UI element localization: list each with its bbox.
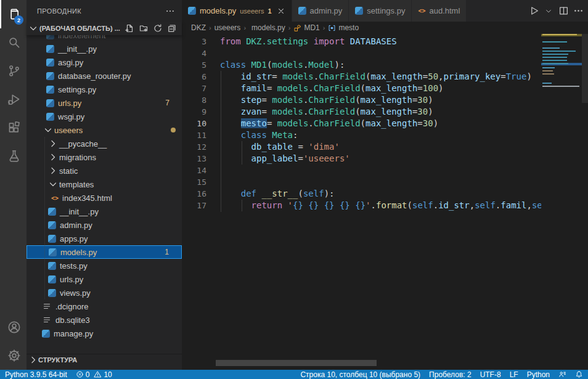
new-folder-button[interactable] xyxy=(137,22,150,35)
vscode-window: 2 ПРОВОДНИК (РАБОЧАЯ ОБЛАСТЬ) ... indexe… xyxy=(0,0,588,379)
minimap-line xyxy=(541,34,582,36)
breadcrumb-mesto[interactable]: mesto xyxy=(328,23,359,32)
status-label: Пробелов: 2 xyxy=(429,370,472,379)
activity-run-debug[interactable] xyxy=(0,85,27,113)
line-number: 4 xyxy=(182,47,206,59)
status-problems[interactable]: 010 xyxy=(76,370,112,379)
line-number: 7 xyxy=(182,83,206,94)
run-dropdown-button[interactable] xyxy=(542,5,555,17)
tree-folder--pycache-[interactable]: __pycache__ xyxy=(27,137,182,150)
code-line: 6 id_str= models.CharField(max_length=50… xyxy=(182,71,541,83)
tab-label: settings.py xyxy=(367,6,405,15)
tab-models-py[interactable]: models.pyuseeers1 xyxy=(182,0,292,22)
collapse-all-button[interactable] xyxy=(166,22,178,35)
tab-settings-py[interactable]: settings.py xyxy=(349,0,412,22)
tree-item-label: database_roouter.py xyxy=(58,71,131,81)
activity-search[interactable] xyxy=(0,28,27,57)
tree-file-admin-py[interactable]: admin.py xyxy=(27,218,182,232)
status-feedback[interactable] xyxy=(558,370,566,378)
python-icon xyxy=(48,208,56,216)
activity-source-control[interactable] xyxy=(0,57,27,85)
split-editor-button[interactable] xyxy=(557,5,570,17)
tree-item-label: models.py xyxy=(60,248,97,257)
tree-item-label: asgi.py xyxy=(58,58,83,67)
tree-folder-useeers[interactable]: useeers xyxy=(27,123,182,137)
explorer-sidebar: ПРОВОДНИК (РАБОЧАЯ ОБЛАСТЬ) ... indexele… xyxy=(27,0,182,370)
tree-file-db-sqlite3[interactable]: db.sqlite3 xyxy=(27,313,182,327)
tree-file-indexelement[interactable]: indexelement xyxy=(27,35,182,42)
tree-file-views-py[interactable]: views.py xyxy=(27,286,182,300)
tree-file-asgi-py[interactable]: asgi.py xyxy=(27,55,182,69)
tab-bar: models.pyuseeers1admin.pysettings.py<>au… xyxy=(182,0,588,22)
outline-section-header[interactable]: СТРУКТУРА xyxy=(27,354,182,365)
tree-item-label: tests.py xyxy=(60,261,88,271)
chevron-right-icon xyxy=(48,139,58,149)
html-icon: <> xyxy=(51,195,59,202)
new-file-button[interactable] xyxy=(123,22,136,35)
workspace-section-header[interactable]: (РАБОЧАЯ ОБЛАСТЬ) ... xyxy=(27,22,182,35)
tab-admin-py[interactable]: admin.py xyxy=(292,0,349,22)
tree-file--init-py[interactable]: __init__.py xyxy=(27,205,182,218)
tree-folder-migrations[interactable]: migrations xyxy=(27,150,182,164)
tree-file-database-roouter-py[interactable]: database_roouter.py xyxy=(27,69,182,83)
tree-file-urls-py[interactable]: urls.py7 xyxy=(27,96,182,110)
minimap-line xyxy=(541,86,582,87)
horizontal-scrollbar[interactable] xyxy=(216,360,377,366)
breadcrumb-useeers[interactable]: useeers xyxy=(214,23,241,32)
tree-file-models-py[interactable]: models.py1 xyxy=(27,245,182,259)
chevron-right-icon xyxy=(28,355,38,365)
refresh-button[interactable] xyxy=(152,22,164,35)
tree-file--dcignore[interactable]: .dcignore xyxy=(27,300,182,313)
tree-file-manage-py[interactable]: manage.py xyxy=(27,327,182,340)
status-cursor-position[interactable]: Строка 10, столбец 10 (выбрано 5) xyxy=(300,370,420,379)
run-debug-icon xyxy=(7,92,21,106)
code-line: 17 return '{} {} {} {} {}'.format(self.i… xyxy=(182,200,541,211)
line-number: 9 xyxy=(182,106,206,118)
tab-aud-html[interactable]: <>aud.html xyxy=(412,0,467,22)
tree-file-wsgi-py[interactable]: wsgi.py xyxy=(27,110,182,123)
file-tree: indexelement__init__.pyasgi.pydatabase_r… xyxy=(27,35,182,370)
breadcrumb-models-py[interactable]: models.py xyxy=(249,23,285,32)
tree-file--init-py[interactable]: __init__.py xyxy=(27,42,182,55)
tree-file-settings-py[interactable]: settings.py xyxy=(27,83,182,96)
explorer-more-actions-button[interactable] xyxy=(164,5,176,17)
tree-item-label: apps.py xyxy=(60,234,88,243)
line-number: 3 xyxy=(182,36,206,47)
close-tab-button[interactable] xyxy=(277,7,285,15)
activity-testing[interactable] xyxy=(0,142,27,170)
tree-folder-static[interactable]: static xyxy=(27,164,182,177)
tab-badge: 1 xyxy=(267,7,271,15)
code-editor[interactable]: 3from DKZ.settings import DATABASES45cla… xyxy=(182,34,588,370)
breadcrumb-dkz[interactable]: DKZ xyxy=(191,23,206,32)
run-button[interactable] xyxy=(528,5,540,17)
code-line: 9 zvan= models.CharField(max_length=30) xyxy=(182,106,541,118)
status-label: Строка 10, столбец 10 (выбрано 5) xyxy=(300,370,420,379)
status-eol[interactable]: LF xyxy=(510,370,518,379)
settings-gear-icon xyxy=(7,349,21,362)
status-indentation[interactable]: Пробелов: 2 xyxy=(429,370,472,379)
modified-dot-icon xyxy=(171,128,176,132)
selected-text: mesto xyxy=(241,118,267,128)
activity-explorer[interactable]: 2 xyxy=(0,0,27,28)
tree-folder-templates[interactable]: templates xyxy=(27,177,182,191)
more-actions-button[interactable] xyxy=(572,5,584,17)
tree-file-index345-html[interactable]: <>index345.html xyxy=(27,191,182,205)
source-control-icon xyxy=(7,64,21,78)
status-language-mode[interactable]: Python xyxy=(527,370,550,379)
code-line: 11 class Meta: xyxy=(182,129,541,141)
tree-file-urls-py[interactable]: urls.py xyxy=(27,272,182,286)
tree-file-tests-py[interactable]: tests.py xyxy=(27,259,182,272)
activity-account[interactable] xyxy=(0,313,27,341)
status-python-interpreter[interactable]: Python 3.9.5 64-bit xyxy=(5,370,67,379)
status-encoding[interactable]: UTF-8 xyxy=(480,370,501,379)
tree-file-apps-py[interactable]: apps.py xyxy=(27,232,182,245)
activity-extensions[interactable] xyxy=(0,113,27,142)
minimap[interactable] xyxy=(541,34,582,114)
activity-settings[interactable] xyxy=(0,341,27,370)
breadcrumb-md1[interactable]: MD1 xyxy=(293,23,319,32)
status-notifications[interactable] xyxy=(575,370,583,378)
tree-item-label: settings.py xyxy=(58,85,96,94)
extensions-icon xyxy=(7,121,21,134)
python-icon xyxy=(48,221,56,229)
breadcrumb-label: MD1 xyxy=(304,23,319,32)
